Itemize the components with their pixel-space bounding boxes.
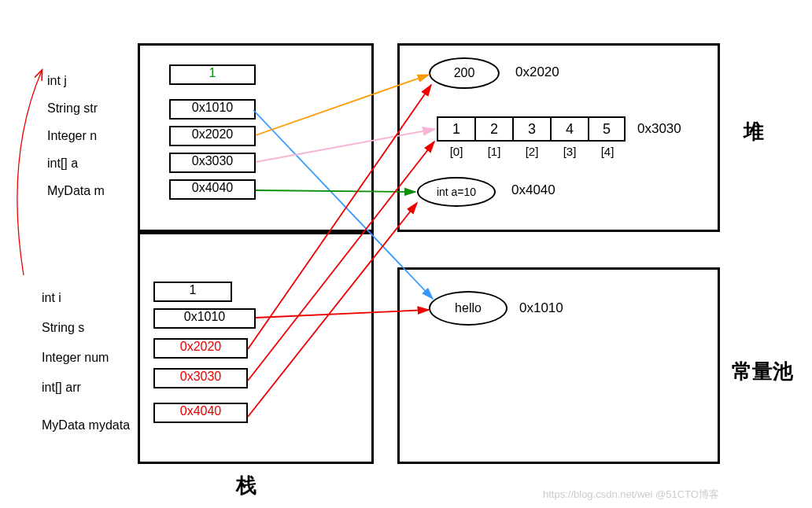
watermark: https://blog.csdn.net/wei @51CTO博客 — [543, 488, 719, 502]
stack-value: 0x4040 — [153, 403, 248, 423]
array-index: [2] — [516, 145, 548, 158]
obj-addr: 0x2020 — [515, 64, 559, 80]
var-label: int[] arr — [42, 373, 130, 403]
stack-lower-vars: int i String s Integer num int[] arr MyD… — [42, 283, 130, 440]
heap-mydata: int a=10 — [417, 177, 496, 207]
var-label: int[] a — [47, 149, 105, 177]
var-label: int j — [47, 67, 105, 94]
heap-obj-200: 200 — [429, 57, 500, 89]
var-label: String s — [42, 313, 130, 343]
var-label: MyData mydata — [42, 410, 130, 440]
var-label: String str — [47, 94, 105, 122]
array-cell: 5 — [588, 116, 626, 142]
obj-addr: 0x1010 — [519, 300, 563, 316]
array-cell: 2 — [474, 116, 512, 142]
stack-label: 栈 — [236, 472, 257, 499]
var-label: MyData m — [47, 177, 105, 204]
obj-addr: 0x4040 — [511, 182, 555, 198]
stack-value: 0x2020 — [169, 126, 256, 146]
array-index: [3] — [554, 145, 585, 158]
var-label: int i — [42, 283, 130, 313]
array-index: [0] — [441, 145, 472, 158]
stack-value: 0x3030 — [169, 153, 256, 173]
array-cell: 4 — [550, 116, 588, 142]
array-index: [1] — [478, 145, 510, 158]
array-index: [4] — [592, 145, 623, 158]
stack-upper-vars: int j String str Integer n int[] a MyDat… — [47, 67, 105, 204]
heap-array: 1 2 3 4 5 — [437, 116, 626, 142]
stack-value: 0x4040 — [169, 179, 256, 200]
constpool-label: 常量池 — [732, 358, 793, 385]
array-cell: 1 — [437, 116, 474, 142]
stack-value: 0x2020 — [153, 338, 248, 359]
stack-value: 0x3030 — [153, 368, 248, 388]
stack-upper-values: 1 0x1010 0x2020 0x3030 0x4040 — [169, 64, 256, 206]
stack-lower-values: 1 0x1010 0x2020 0x3030 0x4040 — [153, 282, 256, 429]
var-label: Integer num — [42, 343, 130, 373]
heap-label: 堆 — [744, 118, 764, 145]
stack-value: 1 — [153, 282, 232, 302]
stack-value: 1 — [169, 64, 256, 85]
obj-value: hello — [455, 301, 482, 315]
var-label: Integer n — [47, 122, 105, 149]
obj-value: 200 — [454, 66, 475, 80]
array-cell: 3 — [512, 116, 550, 142]
stack-value: 0x1010 — [153, 308, 256, 329]
array-addr: 0x3030 — [637, 121, 681, 137]
constpool-hello: hello — [429, 291, 507, 326]
obj-value: int a=10 — [437, 186, 476, 198]
stack-value: 0x1010 — [169, 99, 256, 120]
